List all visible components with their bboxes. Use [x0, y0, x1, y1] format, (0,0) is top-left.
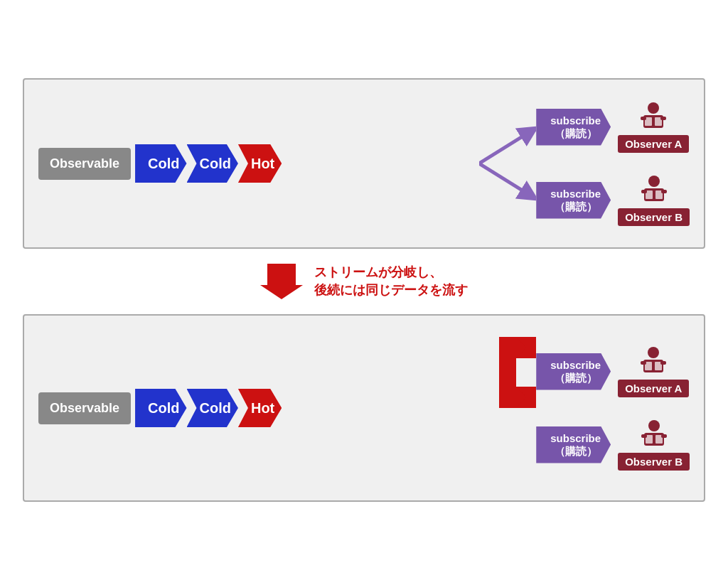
bottom-arrow-chain: Observable Cold Cold Hot — [38, 389, 479, 427]
top-observer-a-icon — [638, 101, 669, 132]
top-subscribe-row-b: subscribe（購読） Observer B — [536, 174, 690, 226]
top-hot: Hot — [238, 144, 282, 183]
bottom-diagram-content: Observable Cold Cold Hot subscri — [38, 337, 690, 479]
top-subscribe-row-a: subscribe（購読） Ob — [536, 101, 690, 153]
bottom-observer-b-label: Observer B — [618, 453, 690, 471]
svg-rect-31 — [661, 434, 667, 438]
bottom-diagram: Observable Cold Cold Hot subscri — [23, 314, 705, 502]
bottom-cold2: Cold — [187, 389, 238, 427]
bottom-split-svg — [479, 337, 536, 479]
bottom-cold1: Cold — [135, 389, 186, 427]
bottom-observer-b-container: Observer B — [618, 419, 690, 471]
top-subscribe-b: subscribe（購読） — [536, 182, 611, 219]
svg-marker-14 — [260, 264, 303, 299]
top-cold2: Cold — [187, 144, 238, 183]
svg-line-1 — [479, 163, 536, 199]
bottom-subscribe-observers: subscribe（購読） Observer A — [536, 345, 690, 471]
top-observer-b-icon — [638, 174, 670, 205]
svg-rect-7 — [660, 117, 666, 120]
svg-point-2 — [648, 102, 659, 114]
top-subscribe-a: subscribe（購読） — [536, 109, 611, 146]
svg-point-20 — [648, 347, 659, 358]
top-observer-a-container: Observer A — [618, 101, 689, 153]
bottom-subscribe-row-b: subscribe（購読） Observer B — [536, 419, 690, 471]
svg-point-26 — [648, 420, 660, 431]
bottom-subscribe-a: subscribe（購読） — [536, 353, 611, 390]
bottom-subscribe-b: subscribe（購読） — [536, 426, 611, 463]
bottom-observer-b-icon — [638, 419, 670, 450]
svg-point-8 — [648, 176, 660, 187]
svg-rect-25 — [660, 361, 666, 365]
bottom-observer-a-label: Observer A — [618, 380, 689, 397]
middle-section: ストリームが分岐し、 後続には同じデータを流す — [260, 249, 468, 314]
top-diagram-content: Observable Cold Cold Hot — [38, 101, 690, 226]
top-converge-svg — [479, 107, 536, 220]
middle-description: ストリームが分岐し、 後続には同じデータを流す — [314, 264, 468, 299]
main-wrapper: Observable Cold Cold Hot — [23, 78, 705, 502]
svg-line-0 — [479, 128, 536, 163]
svg-rect-13 — [661, 190, 667, 193]
top-subscribe-observers: subscribe（購読） Ob — [536, 101, 690, 226]
svg-rect-12 — [641, 190, 647, 193]
top-cold1: Cold — [135, 144, 186, 183]
bottom-subscribe-row-a: subscribe（購読） Observer A — [536, 345, 690, 397]
top-observer-a-label: Observer A — [618, 135, 689, 153]
top-observable: Observable — [38, 148, 131, 180]
bottom-observer-a-container: Observer A — [618, 345, 689, 397]
top-diagram: Observable Cold Cold Hot — [23, 78, 705, 249]
top-observer-b-label: Observer B — [618, 208, 690, 226]
svg-rect-30 — [641, 434, 647, 438]
top-arrow-chain: Observable Cold Cold Hot — [38, 144, 479, 183]
bottom-observer-a-icon — [638, 345, 669, 377]
svg-rect-6 — [641, 117, 646, 120]
bottom-hot: Hot — [238, 389, 282, 427]
down-arrow-icon — [260, 260, 303, 303]
bottom-observable: Observable — [38, 392, 131, 424]
svg-rect-24 — [641, 361, 646, 365]
top-observer-b-container: Observer B — [618, 174, 690, 226]
